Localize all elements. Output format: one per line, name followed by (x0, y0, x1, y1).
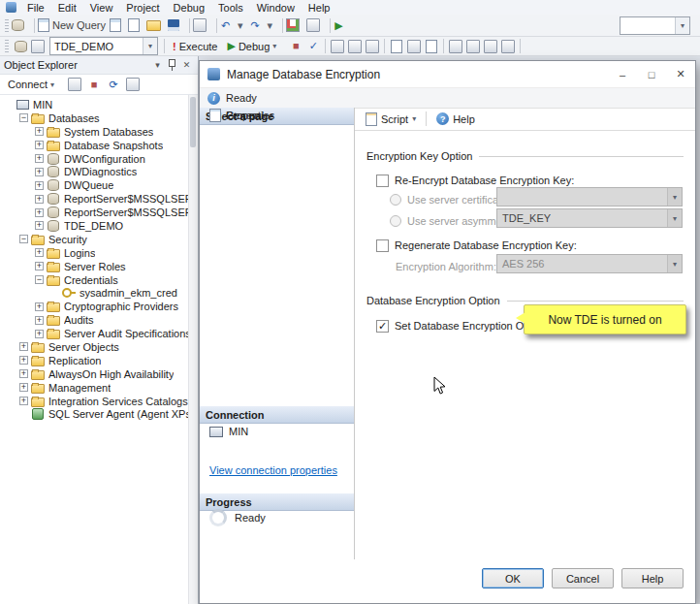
menu-item[interactable]: Tools (211, 1, 250, 15)
ok-button[interactable]: OK (482, 568, 544, 588)
intellisense-icon[interactable] (364, 38, 381, 55)
combo-dropdown-icon[interactable]: ▾ (143, 38, 157, 54)
find-icon[interactable] (306, 16, 327, 34)
combo-dropdown-icon[interactable]: ▾ (667, 188, 682, 206)
print-icon[interactable] (193, 16, 213, 34)
toolbar-combo[interactable]: ▾ (620, 16, 690, 35)
database-combo[interactable]: TDE_DEMO ▾ (49, 37, 158, 55)
menu-item[interactable]: Debug (167, 1, 211, 15)
tree-item[interactable]: Audits (0, 313, 198, 327)
tree-expander-icon[interactable] (35, 127, 44, 136)
uncomment-icon[interactable] (464, 38, 482, 55)
tree-item[interactable]: Replication (0, 354, 198, 367)
results-to-grid-icon[interactable] (405, 38, 423, 55)
undo-dropdown-icon[interactable]: ▾ (238, 16, 250, 34)
refresh-icon[interactable]: ⟳ (105, 76, 122, 93)
toolbar-grip[interactable] (5, 40, 9, 52)
tree-expander-icon[interactable] (35, 221, 44, 230)
redo-dropdown-icon[interactable]: ▾ (268, 16, 280, 34)
tree-item[interactable]: DWDiagnostics (0, 165, 198, 178)
tree-item[interactable]: ReportServer$MSSQLSERVER (0, 192, 198, 206)
activity-monitor-icon[interactable] (286, 16, 306, 34)
new-analysis-query-icon[interactable] (128, 16, 146, 34)
comment-icon[interactable] (447, 38, 464, 55)
results-to-text-icon[interactable] (388, 38, 405, 55)
tree-expander-icon[interactable] (35, 262, 44, 270)
tree-item[interactable]: SQL Server Agent (Agent XPs disabl (0, 407, 198, 421)
server-certificate-radio[interactable] (390, 194, 401, 206)
menu-item[interactable]: File (20, 1, 51, 15)
open-file-icon[interactable] (146, 16, 168, 34)
execute-button[interactable]: ! Execute (168, 38, 222, 55)
estimated-plan-icon[interactable] (329, 38, 346, 55)
tree-expander-icon[interactable] (35, 195, 44, 204)
server-certificate-combo[interactable]: ▾ (496, 187, 683, 207)
page-item-properties[interactable]: Properties (209, 108, 274, 123)
stop-icon[interactable]: ■ (85, 76, 103, 93)
tree-expander-icon[interactable] (19, 342, 28, 351)
tree-item[interactable]: Management (0, 381, 198, 395)
tree-item[interactable]: sysadmin_ekm_cred (0, 286, 198, 300)
script-button[interactable]: Script ▾ (361, 109, 421, 129)
filter-icon[interactable] (124, 76, 142, 93)
help-toolbar-button[interactable]: ? Help (431, 109, 480, 129)
dialog-titlebar[interactable]: Manage Database Encryption – □ ✕ (200, 61, 695, 87)
menu-item[interactable]: Project (119, 1, 166, 15)
help-button[interactable]: Help (621, 568, 684, 588)
tree-item[interactable]: Databases (0, 111, 198, 125)
indent-icon[interactable] (482, 38, 499, 55)
tree-expander-icon[interactable] (35, 275, 44, 284)
script-dropdown-icon[interactable]: ▾ (412, 114, 416, 123)
scrollbar[interactable] (188, 95, 198, 604)
menu-item[interactable]: Window (250, 1, 302, 15)
tree-expander-icon[interactable] (35, 141, 44, 149)
tree-expander-icon[interactable] (35, 154, 44, 163)
combo-dropdown-icon[interactable]: ▾ (667, 209, 682, 227)
tree-expander-icon[interactable] (35, 248, 44, 257)
pin-icon[interactable] (165, 58, 179, 72)
close-icon[interactable]: ✕ (666, 61, 695, 87)
tree-expander-icon[interactable] (35, 302, 44, 311)
maximize-icon[interactable]: □ (637, 61, 666, 87)
tree-expander-icon[interactable] (35, 330, 44, 338)
parse-icon[interactable]: ✓ (304, 38, 322, 55)
tree-item[interactable]: Server Roles (0, 260, 198, 273)
manage-connections-icon[interactable] (12, 16, 31, 34)
available-databases-icon[interactable] (29, 38, 47, 55)
tree-expander-icon[interactable] (35, 208, 44, 217)
view-connection-properties-link[interactable]: View connection properties (209, 464, 337, 476)
tree-item[interactable]: Database Snapshots (0, 139, 198, 152)
tree-expander-icon[interactable] (35, 181, 44, 190)
change-connection-icon[interactable] (12, 38, 29, 55)
tree-item[interactable]: Logins (0, 246, 198, 260)
stop-icon[interactable]: ■ (287, 38, 304, 55)
cancel-button[interactable]: Cancel (552, 568, 614, 588)
tree-item[interactable]: DWConfiguration (0, 152, 198, 166)
combo-dropdown-icon[interactable]: ▾ (675, 17, 689, 34)
save-icon[interactable] (168, 16, 186, 34)
undo-icon[interactable]: ↶ (220, 16, 238, 34)
query-options-icon[interactable] (346, 38, 364, 55)
tree-item[interactable]: AlwaysOn High Availability (0, 367, 198, 381)
tree-expander-icon[interactable] (19, 235, 28, 243)
scrollbar-thumb[interactable] (190, 97, 196, 147)
tree-expander-icon[interactable] (19, 356, 28, 365)
tree-item[interactable]: ReportServer$MSSQLSERVER (0, 206, 198, 219)
tree-item[interactable]: Server Objects (0, 340, 198, 354)
tree-item[interactable]: Cryptographic Providers (0, 300, 198, 313)
tree-item[interactable]: Credentials (0, 273, 198, 287)
debug-dropdown-icon[interactable]: ▾ (272, 42, 282, 50)
tree-item[interactable]: System Databases (0, 125, 198, 139)
menu-item[interactable]: View (83, 1, 120, 15)
new-query-button[interactable]: New Query (38, 16, 110, 34)
tree-expander-icon[interactable] (19, 369, 28, 378)
toolbar-grip[interactable] (5, 19, 9, 32)
results-to-file-icon[interactable] (423, 38, 440, 55)
minimize-icon[interactable]: – (608, 61, 637, 87)
outdent-icon[interactable] (499, 38, 517, 55)
connect-button[interactable]: Connect ▾ (4, 77, 64, 93)
tree-item[interactable]: TDE_DEMO (0, 219, 198, 233)
tree-item[interactable]: Integration Services Catalogs (0, 395, 198, 408)
tree-expander-icon[interactable] (19, 383, 28, 392)
tree-expander-icon[interactable] (19, 397, 28, 405)
